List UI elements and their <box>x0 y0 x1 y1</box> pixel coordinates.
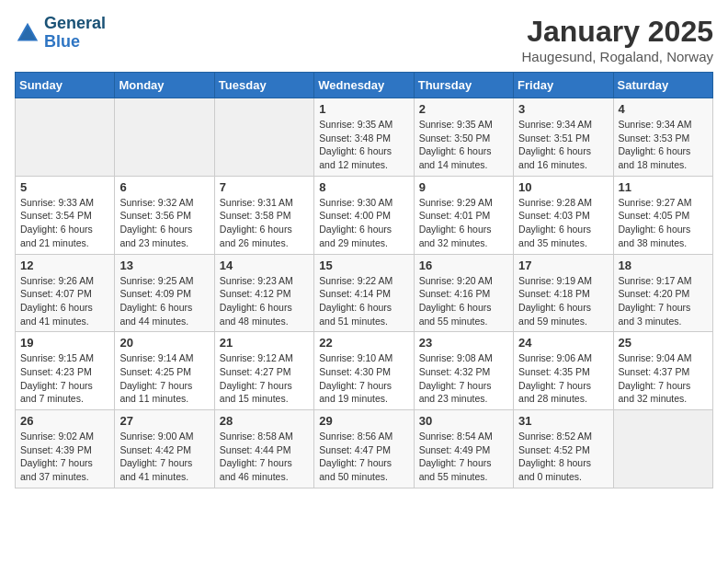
calendar-cell <box>16 98 115 177</box>
day-number: 10 <box>518 180 608 194</box>
day-info: Sunrise: 9:15 AM Sunset: 4:23 PM Dayligh… <box>20 351 109 406</box>
month-title: January 2025 <box>522 15 713 49</box>
calendar-cell: 23Sunrise: 9:08 AM Sunset: 4:32 PM Dayli… <box>414 332 513 410</box>
day-info: Sunrise: 9:27 AM Sunset: 4:05 PM Dayligh… <box>619 196 708 250</box>
calendar-cell <box>115 98 214 177</box>
day-number: 12 <box>20 259 109 272</box>
calendar-week-row: 26Sunrise: 9:02 AM Sunset: 4:39 PM Dayli… <box>16 410 713 488</box>
weekday-header: Sunday <box>16 73 115 98</box>
weekday-header: Thursday <box>414 73 513 98</box>
calendar-cell: 22Sunrise: 9:10 AM Sunset: 4:30 PM Dayli… <box>314 332 414 410</box>
day-info: Sunrise: 9:23 AM Sunset: 4:12 PM Dayligh… <box>220 274 309 328</box>
calendar-cell: 14Sunrise: 9:23 AM Sunset: 4:12 PM Dayli… <box>214 254 313 332</box>
day-info: Sunrise: 8:52 AM Sunset: 4:52 PM Dayligh… <box>518 430 608 484</box>
day-number: 20 <box>119 336 209 350</box>
day-info: Sunrise: 9:06 AM Sunset: 4:35 PM Dayligh… <box>518 351 608 406</box>
day-info: Sunrise: 9:22 AM Sunset: 4:14 PM Dayligh… <box>319 274 408 328</box>
day-info: Sunrise: 9:04 AM Sunset: 4:37 PM Dayligh… <box>619 351 708 406</box>
day-number: 4 <box>619 102 708 116</box>
logo: General Blue <box>15 15 106 52</box>
day-number: 23 <box>419 336 508 350</box>
day-info: Sunrise: 9:25 AM Sunset: 4:09 PM Dayligh… <box>119 274 209 328</box>
day-info: Sunrise: 9:35 AM Sunset: 3:48 PM Dayligh… <box>319 118 408 172</box>
calendar-cell: 18Sunrise: 9:17 AM Sunset: 4:20 PM Dayli… <box>613 254 712 332</box>
calendar-cell: 12Sunrise: 9:26 AM Sunset: 4:07 PM Dayli… <box>16 254 115 332</box>
day-number: 17 <box>518 259 608 272</box>
weekday-header: Saturday <box>613 73 712 98</box>
day-info: Sunrise: 9:08 AM Sunset: 4:32 PM Dayligh… <box>419 351 508 406</box>
day-info: Sunrise: 9:10 AM Sunset: 4:30 PM Dayligh… <box>319 351 408 406</box>
calendar-cell: 27Sunrise: 9:00 AM Sunset: 4:42 PM Dayli… <box>115 410 214 488</box>
page-header: General Blue January 2025 Haugesund, Rog… <box>15 15 713 64</box>
day-number: 7 <box>220 180 309 194</box>
calendar-cell: 21Sunrise: 9:12 AM Sunset: 4:27 PM Dayli… <box>214 332 313 410</box>
calendar-cell: 11Sunrise: 9:27 AM Sunset: 4:05 PM Dayli… <box>613 176 712 254</box>
calendar-cell: 16Sunrise: 9:20 AM Sunset: 4:16 PM Dayli… <box>414 254 513 332</box>
calendar-cell: 5Sunrise: 9:33 AM Sunset: 3:54 PM Daylig… <box>16 176 115 254</box>
day-info: Sunrise: 8:54 AM Sunset: 4:49 PM Dayligh… <box>419 430 508 484</box>
day-number: 6 <box>119 180 209 194</box>
calendar-cell: 7Sunrise: 9:31 AM Sunset: 3:58 PM Daylig… <box>214 176 313 254</box>
calendar-cell: 13Sunrise: 9:25 AM Sunset: 4:09 PM Dayli… <box>115 254 214 332</box>
calendar-cell: 17Sunrise: 9:19 AM Sunset: 4:18 PM Dayli… <box>514 254 613 332</box>
day-info: Sunrise: 9:00 AM Sunset: 4:42 PM Dayligh… <box>119 430 209 484</box>
day-number: 26 <box>20 414 109 428</box>
day-info: Sunrise: 8:56 AM Sunset: 4:47 PM Dayligh… <box>319 430 408 484</box>
day-number: 28 <box>220 414 309 428</box>
calendar-cell: 6Sunrise: 9:32 AM Sunset: 3:56 PM Daylig… <box>115 176 214 254</box>
calendar-cell: 26Sunrise: 9:02 AM Sunset: 4:39 PM Dayli… <box>16 410 115 488</box>
day-number: 2 <box>419 102 508 116</box>
weekday-header: Wednesday <box>314 73 414 98</box>
calendar-cell: 20Sunrise: 9:14 AM Sunset: 4:25 PM Dayli… <box>115 332 214 410</box>
day-info: Sunrise: 9:35 AM Sunset: 3:50 PM Dayligh… <box>419 118 508 172</box>
calendar-cell: 10Sunrise: 9:28 AM Sunset: 4:03 PM Dayli… <box>514 176 613 254</box>
day-number: 27 <box>119 414 209 428</box>
day-info: Sunrise: 9:32 AM Sunset: 3:56 PM Dayligh… <box>119 196 209 250</box>
title-block: January 2025 Haugesund, Rogaland, Norway <box>522 15 713 64</box>
day-info: Sunrise: 9:31 AM Sunset: 3:58 PM Dayligh… <box>220 196 309 250</box>
calendar-cell: 8Sunrise: 9:30 AM Sunset: 4:00 PM Daylig… <box>314 176 414 254</box>
day-info: Sunrise: 9:19 AM Sunset: 4:18 PM Dayligh… <box>518 274 608 328</box>
logo-text: General Blue <box>44 15 106 52</box>
calendar-cell: 28Sunrise: 8:58 AM Sunset: 4:44 PM Dayli… <box>214 410 313 488</box>
calendar-cell: 3Sunrise: 9:34 AM Sunset: 3:51 PM Daylig… <box>514 98 613 177</box>
logo-icon <box>15 20 40 46</box>
weekday-header-row: SundayMondayTuesdayWednesdayThursdayFrid… <box>16 73 713 98</box>
day-info: Sunrise: 9:34 AM Sunset: 3:53 PM Dayligh… <box>619 118 708 172</box>
day-number: 25 <box>619 336 708 350</box>
day-info: Sunrise: 8:58 AM Sunset: 4:44 PM Dayligh… <box>220 430 309 484</box>
calendar-week-row: 12Sunrise: 9:26 AM Sunset: 4:07 PM Dayli… <box>16 254 713 332</box>
calendar-cell: 24Sunrise: 9:06 AM Sunset: 4:35 PM Dayli… <box>514 332 613 410</box>
calendar-cell: 15Sunrise: 9:22 AM Sunset: 4:14 PM Dayli… <box>314 254 414 332</box>
day-number: 24 <box>518 336 608 350</box>
day-number: 3 <box>518 102 608 116</box>
day-number: 29 <box>319 414 408 428</box>
day-info: Sunrise: 9:12 AM Sunset: 4:27 PM Dayligh… <box>220 351 309 406</box>
weekday-header: Friday <box>514 73 613 98</box>
day-number: 1 <box>319 102 408 116</box>
day-number: 14 <box>220 259 309 272</box>
day-info: Sunrise: 9:28 AM Sunset: 4:03 PM Dayligh… <box>518 196 608 250</box>
location-subtitle: Haugesund, Rogaland, Norway <box>522 49 713 64</box>
calendar-cell <box>214 98 313 177</box>
day-number: 13 <box>119 259 209 272</box>
day-number: 15 <box>319 259 408 272</box>
calendar-cell: 31Sunrise: 8:52 AM Sunset: 4:52 PM Dayli… <box>514 410 613 488</box>
day-info: Sunrise: 9:20 AM Sunset: 4:16 PM Dayligh… <box>419 274 508 328</box>
day-info: Sunrise: 9:26 AM Sunset: 4:07 PM Dayligh… <box>20 274 109 328</box>
day-info: Sunrise: 9:17 AM Sunset: 4:20 PM Dayligh… <box>619 274 708 328</box>
day-number: 16 <box>419 259 508 272</box>
calendar-cell: 19Sunrise: 9:15 AM Sunset: 4:23 PM Dayli… <box>16 332 115 410</box>
calendar-week-row: 5Sunrise: 9:33 AM Sunset: 3:54 PM Daylig… <box>16 176 713 254</box>
day-number: 11 <box>619 180 708 194</box>
day-info: Sunrise: 9:33 AM Sunset: 3:54 PM Dayligh… <box>20 196 109 250</box>
day-info: Sunrise: 9:29 AM Sunset: 4:01 PM Dayligh… <box>419 196 508 250</box>
day-number: 21 <box>220 336 309 350</box>
day-info: Sunrise: 9:02 AM Sunset: 4:39 PM Dayligh… <box>20 430 109 484</box>
day-number: 31 <box>518 414 608 428</box>
day-info: Sunrise: 9:30 AM Sunset: 4:00 PM Dayligh… <box>319 196 408 250</box>
calendar-table: SundayMondayTuesdayWednesdayThursdayFrid… <box>15 72 713 488</box>
calendar-cell: 9Sunrise: 9:29 AM Sunset: 4:01 PM Daylig… <box>414 176 513 254</box>
day-info: Sunrise: 9:14 AM Sunset: 4:25 PM Dayligh… <box>119 351 209 406</box>
calendar-week-row: 1Sunrise: 9:35 AM Sunset: 3:48 PM Daylig… <box>16 98 713 177</box>
